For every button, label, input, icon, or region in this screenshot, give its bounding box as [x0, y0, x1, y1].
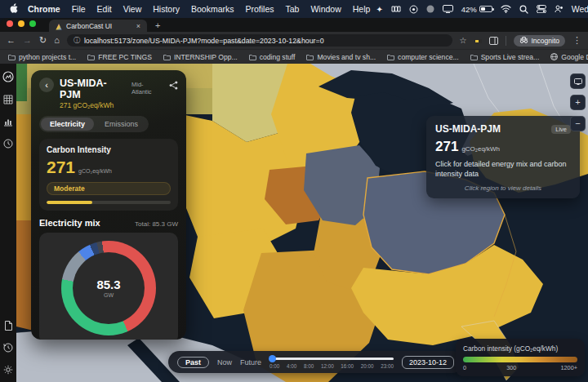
time-slider-track[interactable] [270, 358, 394, 360]
menu-item-bookmarks[interactable]: Bookmarks [185, 4, 240, 14]
menu-item-help[interactable]: Help [347, 4, 376, 14]
zone-tooltip[interactable]: US-MIDA-PJM Live 271 gCO₂eq/kWh Click fo… [426, 116, 580, 198]
site-info-icon[interactable]: ⓘ [74, 36, 80, 45]
clock-icon[interactable] [3, 139, 13, 149]
bookmark-folder[interactable]: computer science... [387, 53, 459, 61]
tick-label: 20:00 [361, 363, 374, 369]
menu-clock[interactable]: Wed Oct 8 12:32 AM [572, 4, 588, 14]
carbon-intensity-title: Carbon Intensity [47, 145, 171, 154]
share-icon[interactable] [169, 78, 178, 93]
search-icon[interactable] [519, 5, 528, 14]
chrome-window: CarbonCast UI × + ← → ↻ ⌂ ⓘ localhost:51… [0, 18, 588, 382]
bookmark-label: Movies and tv sh... [317, 53, 376, 61]
menu-item-window[interactable]: Window [305, 4, 346, 14]
document-icon[interactable] [4, 321, 13, 331]
app-content: US-MIDA-PJM Live 271 gCO₂eq/kWh Click fo… [0, 64, 588, 382]
fullscreen-button[interactable] [570, 73, 586, 89]
shortcuts-icon[interactable]: ✦ [376, 5, 382, 14]
tab-emissions[interactable]: Emissions [96, 118, 147, 131]
tab-electricity[interactable]: Electricity [41, 118, 94, 131]
theme-sun-icon[interactable] [3, 365, 13, 375]
forward-button[interactable]: → [23, 36, 32, 45]
panel-region-name: Mid-Atlantic [131, 81, 163, 96]
bookmarks-bar: python projects t... FREE PC TINGS INTER… [0, 49, 588, 64]
electricity-mix-donut[interactable]: 85.3 GW [61, 241, 156, 335]
panel-tabs: Electricity Emissions [39, 116, 149, 132]
grid-view-icon[interactable] [3, 95, 13, 104]
bookmark-folder[interactable]: python projects t... [8, 53, 76, 61]
zoom-out-button[interactable]: − [570, 116, 586, 131]
electricity-mix-title: Electricity mix [39, 218, 100, 228]
map-area: US-MIDA-PJM Live 271 gCO₂eq/kWh Click fo… [16, 64, 588, 382]
back-button[interactable]: ← [7, 36, 16, 45]
wifi-icon[interactable] [501, 5, 511, 13]
app-logo-icon[interactable] [2, 71, 14, 82]
bookmark-folder[interactable]: INTERNSHIP Opp... [163, 53, 238, 61]
panel-zone-name: US-MIDA-PJM [60, 78, 127, 100]
close-window-button[interactable] [7, 20, 13, 27]
screen-record-icon[interactable] [409, 5, 418, 14]
tick-label: 12:00 [321, 363, 334, 369]
tab-close-icon[interactable]: × [136, 22, 140, 30]
bookmark-label: Sports Live strea... [481, 53, 540, 61]
new-tab-button[interactable]: + [155, 20, 160, 30]
menu-item-edit[interactable]: Edit [91, 4, 118, 14]
bookmark-label: computer science... [398, 53, 459, 61]
bookmark-folder[interactable]: Movies and tv sh... [306, 53, 376, 61]
tick-label: 16:00 [341, 363, 354, 369]
apple-menu-icon[interactable] [10, 3, 19, 16]
battery-icon[interactable]: 42% [461, 5, 492, 14]
address-bar[interactable]: ⓘ localhost:5173/zone/US-MIDA-PJM?mode=p… [67, 34, 452, 47]
window-tiles-icon[interactable] [391, 5, 401, 13]
maximize-window-button[interactable] [29, 20, 36, 27]
tick-label: 0:00 [270, 363, 279, 369]
tab-favicon [56, 19, 62, 33]
mode-past-button[interactable]: Past [177, 357, 209, 368]
tab-strip: CarbonCast UI × + [0, 18, 588, 32]
bookmark-label: INTERNSHIP Opp... [174, 53, 238, 61]
zoom-in-button[interactable]: + [570, 95, 586, 110]
panel-back-button[interactable]: ‹ [39, 78, 54, 92]
bookmark-label: Google Drive [561, 53, 588, 61]
tooltip-description: Click for detailed energy mix and carbon… [435, 159, 571, 179]
chrome-menu-icon[interactable]: ⋮ [572, 36, 581, 45]
date-picker-button[interactable]: 2023-10-12 [402, 356, 454, 369]
minimize-window-button[interactable] [18, 20, 24, 27]
camera-dot-icon[interactable] [426, 5, 434, 13]
mode-future-button[interactable]: Future [240, 358, 261, 366]
side-panel-icon[interactable] [489, 33, 498, 48]
zone-detail-panel: ‹ US-MIDA-PJM Mid-Atlantic 271 gCO₂eq/kW… [31, 70, 186, 340]
panel-header-intensity: 271 gCO₂eq/kWh [60, 101, 163, 109]
menu-item-file[interactable]: File [66, 4, 91, 14]
bookmark-folder[interactable]: Sports Live strea... [470, 53, 540, 61]
menu-item-tab[interactable]: Tab [279, 4, 305, 14]
menu-item-history[interactable]: History [147, 4, 185, 14]
history-icon[interactable] [3, 343, 13, 353]
bookmark-folder[interactable]: FREE PC TINGS [87, 53, 152, 61]
browser-tab[interactable]: CarbonCast UI × [49, 20, 147, 32]
carbon-legend-title: Carbon intensity (gCO₂eq/kWh) [463, 344, 577, 353]
chart-icon[interactable] [3, 117, 13, 127]
menu-item-chrome[interactable]: Chrome [22, 4, 66, 14]
menu-item-view[interactable]: View [118, 4, 148, 14]
carbon-intensity-card: Carbon Intensity 271 gCO₂eq/kWh Moderate [39, 139, 178, 211]
bookmark-site[interactable]: Google Drive [550, 53, 588, 61]
incognito-icon [519, 37, 528, 45]
electricity-mix-card: 85.3 GW [39, 233, 178, 340]
bookmark-star-icon[interactable]: ☆ [460, 37, 467, 45]
time-slider-thumb[interactable] [269, 355, 276, 362]
home-button[interactable]: ⌂ [54, 36, 60, 45]
intensity-progress-fill [47, 201, 92, 204]
tooltip-zone-name: US-MIDA-PJM [435, 123, 501, 135]
bookmark-label: FREE PC TINGS [98, 53, 152, 61]
time-slider[interactable]: 0:00 4:00 8:00 12:00 16:00 20:00 23:00 [270, 356, 394, 369]
tooltip-intensity-value: 271 [435, 139, 458, 155]
profile-switch-icon[interactable] [555, 5, 564, 13]
bookmark-folder[interactable]: coding stuff [249, 53, 296, 61]
display-icon[interactable] [443, 5, 453, 13]
mode-now-button[interactable]: Now [217, 358, 232, 366]
reload-button[interactable]: ↻ [39, 36, 47, 45]
extension-icon[interactable] [474, 33, 482, 48]
menu-item-profiles[interactable]: Profiles [239, 4, 279, 14]
control-center-icon[interactable] [537, 5, 546, 13]
